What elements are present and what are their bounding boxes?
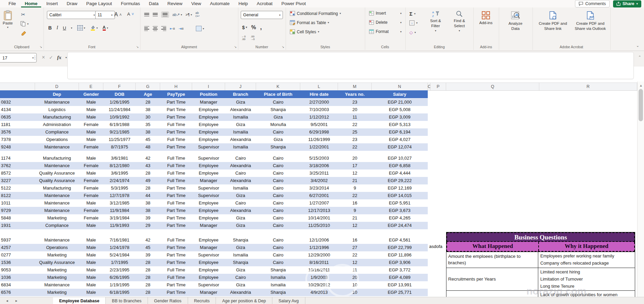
cell[interactable]: 3/25/2011 — [300, 169, 338, 177]
cell[interactable]: 44 — [136, 192, 160, 199]
cell[interactable]: 9/21/1985 — [103, 128, 136, 136]
fill-color-dropdown-icon[interactable]: ▾ — [97, 26, 98, 30]
cell[interactable]: 12/1/2006 — [300, 236, 338, 244]
cell[interactable]: Full Time — [160, 274, 192, 281]
cell[interactable]: Male — [79, 155, 103, 162]
cell[interactable]: Employee — [192, 162, 225, 169]
cell[interactable]: 10/9/1992 — [103, 113, 136, 121]
cell[interactable]: Part Time — [160, 244, 192, 251]
cell[interactable]: 11/25/1977 — [103, 136, 136, 143]
cell[interactable]: 28 — [136, 289, 160, 296]
comma-style-button[interactable]: , — [260, 24, 262, 31]
find-select-button[interactable]: Find & Select ▾ — [448, 10, 471, 32]
cell[interactable]: Cairo — [256, 162, 300, 169]
cell[interactable]: 4/9/2013 — [300, 289, 338, 296]
cell[interactable]: Male — [79, 289, 103, 296]
cell[interactable]: Maintenance — [35, 207, 79, 214]
cell[interactable]: EGP 24,474 — [372, 222, 428, 229]
header-cell[interactable]: Age — [136, 90, 160, 98]
cell[interactable]: 21 — [338, 177, 372, 184]
cell[interactable]: 39 — [136, 214, 160, 222]
table-row[interactable]: 5848MarketingFemale3/19/198439Part TimeE… — [0, 214, 428, 222]
column-header-M[interactable]: M — [338, 83, 372, 90]
cell[interactable]: 11/9/1984 — [103, 207, 136, 214]
conditional-formatting-button[interactable]: Conditional Formatting▾ — [290, 11, 341, 16]
cell[interactable]: 17 — [338, 162, 372, 169]
insert-cells-button[interactable]: Insert ▾ — [369, 11, 402, 16]
cell[interactable]: Giza — [256, 113, 300, 121]
cell[interactable]: Employee — [192, 136, 225, 143]
percent-style-button[interactable]: % — [251, 24, 256, 31]
cell[interactable]: Cairo — [256, 177, 300, 184]
cell[interactable]: Maintenance — [35, 199, 79, 207]
cell[interactable]: 43 — [136, 162, 160, 169]
insert-function-icon[interactable]: fx — [57, 55, 62, 60]
header-cell[interactable]: DOB — [103, 90, 136, 98]
cell[interactable]: Part Time — [160, 128, 192, 136]
cell[interactable]: EGP 6,858 — [372, 162, 428, 169]
vertical-scrollbar[interactable]: ▲ — [637, 82, 644, 297]
cell[interactable]: 6834 — [0, 281, 35, 289]
ribbon-tab-insert[interactable]: Insert — [43, 0, 62, 7]
cell[interactable]: Employee — [192, 274, 225, 281]
cell[interactable]: 5937 — [0, 236, 35, 244]
cell[interactable]: 20 — [338, 155, 372, 162]
cell[interactable]: EGP 3,673 — [372, 207, 428, 214]
cell[interactable]: Female — [79, 177, 103, 184]
cell[interactable]: 12/7/1978 — [103, 192, 136, 199]
cell[interactable]: EGP 5,008 — [372, 106, 428, 113]
column-header-id[interactable] — [0, 83, 35, 90]
table-row[interactable]: 3227Quality AssuranceFemale2/24/197449Fu… — [0, 177, 428, 184]
cell[interactable]: 1931 — [0, 222, 35, 229]
cancel-formula-icon[interactable]: × — [42, 54, 45, 60]
ribbon-tab-data[interactable]: Data — [145, 0, 163, 7]
cell[interactable]: 6/29/1998 — [300, 128, 338, 136]
cell[interactable]: 27 — [338, 244, 372, 251]
table-row[interactable]: 4257OperationsMale1/24/197845Part TimeMa… — [0, 244, 428, 251]
cell[interactable]: 45 — [136, 136, 160, 143]
cell[interactable]: 28 — [136, 259, 160, 266]
cell[interactable]: Full Time — [160, 155, 192, 162]
cell[interactable]: 38 — [136, 199, 160, 207]
cell[interactable]: 49 — [136, 177, 160, 184]
empty-row[interactable] — [0, 229, 428, 236]
cell[interactable]: Male — [79, 113, 103, 121]
table-row[interactable]: 0277MarketingMale5/24/198439Part TimeSup… — [0, 251, 428, 259]
wrap-text-button[interactable]: abc↩ — [196, 12, 200, 18]
cell[interactable]: Manager — [192, 289, 225, 296]
column-header-O[interactable]: O — [428, 83, 430, 90]
format-cells-button[interactable]: Format ▾ — [369, 29, 402, 34]
cell[interactable]: Ismailia — [225, 251, 256, 259]
align-center-button[interactable] — [153, 26, 158, 31]
bold-button[interactable]: B — [48, 25, 52, 31]
cell[interactable]: 48 — [136, 143, 160, 151]
autosum-button[interactable]: Σ▾ — [409, 11, 416, 17]
ribbon-tab-help[interactable]: Help — [235, 0, 252, 7]
table-row[interactable]: 4134LogisticsMale11/24/198438Part TimeEm… — [0, 106, 428, 113]
cell[interactable]: Sharqia — [256, 106, 300, 113]
cell[interactable]: Supervisor — [192, 143, 225, 151]
cell[interactable]: 5848 — [0, 214, 35, 222]
cell[interactable]: Giza — [225, 192, 256, 199]
font-color-dropdown-icon[interactable]: ▾ — [107, 26, 108, 30]
cell[interactable]: 10 — [338, 289, 372, 296]
ribbon-tab-draw[interactable]: Draw — [63, 0, 81, 7]
cell[interactable]: 42 — [136, 236, 160, 244]
cell[interactable]: Male — [79, 244, 103, 251]
cell[interactable]: Supervisor — [192, 251, 225, 259]
ribbon-tab-automate[interactable]: Automate — [206, 0, 233, 7]
cell[interactable]: Male — [79, 106, 103, 113]
cell[interactable]: 1/9/2003 — [300, 274, 338, 281]
ribbon-tab-home[interactable]: Home — [21, 0, 41, 7]
cell[interactable]: 6576 — [0, 289, 35, 296]
what-happened-header[interactable]: What Happened — [447, 242, 539, 251]
cell[interactable]: Maintenance — [35, 99, 79, 106]
namebox-splitter-icon[interactable]: ⋮ — [33, 55, 38, 60]
table-row[interactable]: 3762MaintenanceFemale8/12/198043Full Tim… — [0, 162, 428, 169]
cell[interactable]: Giza — [225, 222, 256, 229]
cell[interactable]: Employee — [192, 266, 225, 274]
cell[interactable]: Part Time — [160, 207, 192, 214]
cell[interactable]: 23 — [338, 136, 372, 143]
cell[interactable]: 1/24/1978 — [103, 244, 136, 251]
cell[interactable]: Part Time — [160, 192, 192, 199]
